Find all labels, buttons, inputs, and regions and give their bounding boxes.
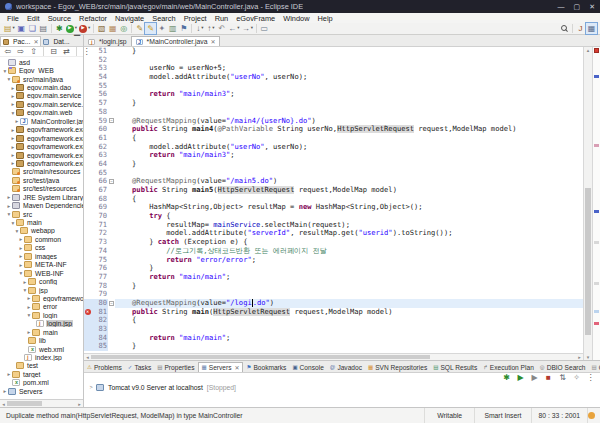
code-line-69[interactable]: 69 HashMap<String,Object> resultMap = ne… <box>84 203 583 212</box>
tree-item-target[interactable]: ▸target <box>0 370 83 378</box>
scroll-right-icon[interactable]: ▸ <box>76 401 83 407</box>
tree-item-egov-main-dao[interactable]: ▸egov.main.dao <box>0 83 83 91</box>
code-line-62[interactable]: 62 model.addAttribute("userNo", userNo); <box>84 143 583 152</box>
overview-marker[interactable] <box>594 322 599 325</box>
code-area[interactable]: 51 }5253 userNo = userNo+5;54 model.addA… <box>84 47 583 360</box>
tree-item-main[interactable]: ▾main <box>0 218 83 226</box>
tree-item-images[interactable]: ▸images <box>0 252 83 260</box>
overview-marker[interactable] <box>594 75 599 78</box>
code-text[interactable]: public String main(HttpServletRequest re… <box>115 308 583 317</box>
code-line-74[interactable]: 74 //로그기록,상태코드반환 또는 에러페이지 전달 <box>84 247 583 256</box>
tab-sql-results[interactable]: ▤SQL Results <box>430 363 480 372</box>
print-icon[interactable]: ▤ <box>38 23 49 34</box>
new-wizard-icon[interactable]: ▤▾ <box>3 23 16 34</box>
tree-item-egovframework-example[interactable]: ▸egovframework.example <box>0 126 83 134</box>
code-text[interactable]: //로그기록,상태코드반환 또는 에러페이지 전달 <box>115 247 583 256</box>
code-line-60[interactable]: 60 public String main4(@PathVariable Str… <box>84 125 583 134</box>
code-line-64[interactable]: 64 } <box>84 160 583 169</box>
tree-item-error[interactable]: ▸error <box>0 303 83 311</box>
editor-hscrollbar[interactable]: ◂ ▸ <box>84 353 583 360</box>
egov-dbio-icon[interactable]: ✦ <box>156 23 167 34</box>
code-lines[interactable]: 51 }5253 userNo = userNo+5;54 model.addA… <box>84 47 583 353</box>
forward-icon[interactable]: ⇨ <box>15 46 26 57</box>
code-text[interactable] <box>115 290 583 299</box>
code-line-79[interactable]: 79 <box>84 290 583 299</box>
code-line-75[interactable]: 75 return "error/error"; <box>84 256 583 265</box>
code-text[interactable]: @RequestMapping(value="/main5.do") <box>115 177 583 186</box>
tree-item-css[interactable]: ▸css <box>0 244 83 252</box>
fold-collapse-icon[interactable]: − <box>109 179 114 184</box>
code-text[interactable]: } <box>115 99 583 108</box>
back-icon[interactable]: ⇦ <box>2 46 13 57</box>
code-text[interactable]: } <box>115 342 583 351</box>
tree-item-login[interactable]: ▾login <box>0 311 83 319</box>
code-text[interactable]: } <box>115 47 583 56</box>
external-tools-icon[interactable]: ▶▾ <box>78 23 91 34</box>
code-line-57[interactable]: 57 } <box>84 99 583 108</box>
egov-batch-icon[interactable]: ▥ <box>167 23 178 34</box>
tree-item-src-test-java[interactable]: src/test/java <box>0 176 83 184</box>
fold-collapse-icon[interactable]: − <box>109 301 114 306</box>
code-text[interactable]: } <box>115 160 583 169</box>
code-text[interactable]: return "main/main3"; <box>115 151 583 160</box>
error-overview-icon[interactable] <box>594 48 599 53</box>
close-icon[interactable]: ✕ <box>210 38 215 45</box>
code-text[interactable]: public String main4(@PathVariable String… <box>115 125 583 134</box>
overview-marker[interactable] <box>594 310 599 313</box>
menu-navigate[interactable]: Navigate <box>111 14 148 23</box>
collapse-all-icon[interactable]: ⊟ <box>48 46 59 57</box>
tree-item-config[interactable]: ▸config <box>0 277 83 285</box>
code-line-67[interactable]: 67 public String main5(HttpServletReques… <box>84 186 583 195</box>
tree-item-main[interactable]: ▸main <box>0 328 83 336</box>
code-line-78[interactable]: 78 } <box>84 282 583 291</box>
tree-item-index-jsp[interactable]: index.jsp <box>0 353 83 361</box>
tab-properties[interactable]: ▤Properties <box>154 363 197 372</box>
tree-item-src-main-java[interactable]: ▾src/main/java <box>0 75 83 83</box>
close-button[interactable]: ✕ <box>589 3 595 11</box>
code-line-53[interactable]: 53 userNo = userNo+5; <box>84 64 583 73</box>
tree-item-jre-system-library-javase[interactable]: ▸JRE System Library [JavaSE <box>0 193 83 201</box>
tab-query-result[interactable]: ▤Query Result <box>588 363 600 372</box>
egov-template-icon[interactable]: ✎ <box>134 23 145 34</box>
save-all-icon[interactable]: ❏ <box>27 23 38 34</box>
tree-item-pom-xml[interactable]: pom.xml <box>0 379 83 387</box>
code-text[interactable] <box>115 325 583 334</box>
code-text[interactable] <box>115 108 583 117</box>
new-package-icon[interactable]: ▦ <box>107 23 118 34</box>
tab-maincontroller-java[interactable]: *MainController.java ✕ <box>131 36 221 46</box>
tree-item-servers[interactable]: ▸Servers <box>0 387 83 395</box>
tab-servers[interactable]: ▦Servers✕ <box>198 362 244 372</box>
code-line-51[interactable]: 51 } <box>84 47 583 56</box>
last-edit-location-icon[interactable]: ↶ <box>216 23 227 34</box>
code-text[interactable]: model.addAttribute("userNo", userNo); <box>115 73 583 82</box>
code-line-84[interactable]: 84 return "main/main"; <box>84 334 583 343</box>
tree-item-egov-main-web[interactable]: ▾egov.main.web <box>0 109 83 117</box>
notification-icon[interactable] <box>588 412 595 419</box>
tree-item-asd[interactable]: asd <box>0 58 83 66</box>
tree-item-egovframework-example[interactable]: ▸egovframework.example <box>0 142 83 150</box>
tree-item-egovframework-example[interactable]: ▸egovframework.example <box>0 159 83 167</box>
tab-login-jsp[interactable]: *login.jsp <box>84 37 131 46</box>
code-text[interactable]: userNo = userNo+5; <box>115 64 583 73</box>
code-text[interactable]: @RequestMapping(value="/logi.do") <box>115 299 583 308</box>
tree-item-egov-web[interactable]: ▾Egov_WEB <box>0 66 83 74</box>
error-icon[interactable]: × <box>85 309 91 315</box>
next-annotation-icon[interactable]: ↓▾ <box>194 23 205 34</box>
link-with-editor-icon[interactable]: ⇄ <box>61 46 72 57</box>
menu-help[interactable]: Help <box>314 14 337 23</box>
code-line-59[interactable]: 59− @RequestMapping(value="/main4/{userN… <box>84 117 583 126</box>
code-line-80[interactable]: 80− @RequestMapping(value="/logi.do") <box>84 299 583 308</box>
tab-console[interactable]: ▣Console <box>289 363 326 372</box>
scroll-thumb[interactable] <box>91 355 430 359</box>
minimize-view-icon[interactable]: ▔ <box>72 34 83 45</box>
tab-javadoc[interactable]: @Javadoc <box>327 363 365 372</box>
code-text[interactable]: try { <box>115 212 583 221</box>
tab-execution-plan[interactable]: ↱Execution Plan <box>480 363 537 372</box>
code-text[interactable]: return "main/main"; <box>115 334 583 343</box>
code-line-52[interactable]: 52 <box>84 56 583 65</box>
scroll-left-icon[interactable]: ◂ <box>84 354 91 360</box>
overview-marker[interactable] <box>594 144 599 147</box>
server-list-item[interactable]: > Tomcat v9.0 Server at localhost [Stopp… <box>84 382 600 392</box>
code-text[interactable]: return "main/main3"; <box>115 90 583 99</box>
expand-icon[interactable]: > <box>88 384 94 390</box>
